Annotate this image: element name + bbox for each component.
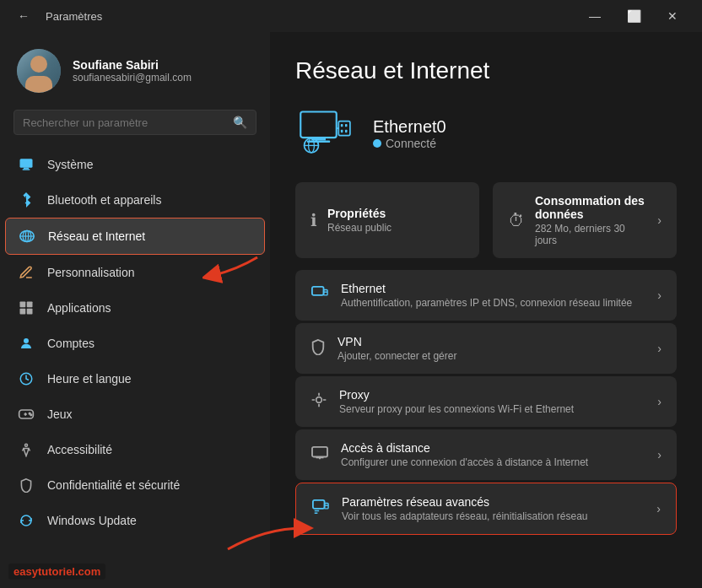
window-controls: — ⬜ ✕ <box>575 0 692 32</box>
list-parametres-chevron: › <box>656 502 661 515</box>
svg-rect-26 <box>341 130 343 132</box>
sidebar-item-confidentialite[interactable]: Confidentialité et sécurité <box>5 467 265 503</box>
search-icon: 🔍 <box>233 116 247 129</box>
list-section: Ethernet Authentification, paramètres IP… <box>295 270 677 535</box>
windows-update-icon <box>17 511 35 530</box>
ethernet-info: Ethernet0 Connecté <box>373 117 446 150</box>
list-proxy-icon <box>310 391 327 413</box>
search-input[interactable] <box>23 116 226 129</box>
sidebar-item-label-systeme: Système <box>47 158 93 171</box>
svg-rect-1 <box>24 168 29 170</box>
list-acces-title: Accès à distance <box>341 441 645 455</box>
list-parametres-icon <box>311 499 330 520</box>
sidebar-item-systeme[interactable]: Système <box>5 147 265 182</box>
svg-rect-27 <box>345 130 348 132</box>
svg-rect-22 <box>338 121 350 136</box>
sidebar-item-accessibilite[interactable]: Accessibilité <box>5 432 265 467</box>
sidebar-item-personnalisation[interactable]: Personnalisation <box>5 255 265 290</box>
svg-rect-8 <box>27 302 33 308</box>
svg-point-34 <box>316 396 322 402</box>
card-consommation-subtitle: 282 Mo, derniers 30 jours <box>535 223 647 246</box>
list-vpn-content: VPN Ajouter, connecter et gérer <box>338 335 645 362</box>
list-item-vpn[interactable]: VPN Ajouter, connecter et gérer › <box>295 323 677 374</box>
svg-rect-19 <box>300 112 337 138</box>
list-item-acces-distance[interactable]: Accès à distance Configurer une connexio… <box>295 429 677 480</box>
search-box[interactable]: 🔍 <box>14 110 256 135</box>
list-acces-chevron: › <box>657 448 662 461</box>
proprietes-icon: ℹ <box>310 210 317 230</box>
jeux-icon <box>17 405 35 423</box>
accessibilite-icon <box>17 440 35 459</box>
heure-icon <box>17 370 35 388</box>
card-consommation-title: Consommation des données <box>535 194 647 221</box>
sidebar-item-label-comptes: Comptes <box>47 337 94 350</box>
card-consommation-text: Consommation des données 282 Mo, dernier… <box>535 194 647 246</box>
sidebar: Soufiane Sabiri soufianesabiri@gmail.com… <box>0 32 270 588</box>
list-acces-subtitle: Configurer une connexion d'accès à dista… <box>341 456 645 468</box>
list-item-proxy[interactable]: Proxy Serveur proxy pour les connexions … <box>295 376 677 427</box>
list-parametres-content: Paramètres réseau avancés Voir tous les … <box>342 495 645 522</box>
ethernet-status: Connecté <box>373 137 446 150</box>
card-proprietes[interactable]: ℹ Propriétés Réseau public <box>295 182 479 258</box>
sidebar-item-heure[interactable]: Heure et langue <box>5 361 265 396</box>
back-button[interactable]: ← <box>10 0 37 32</box>
title-bar: ← Paramètres — ⬜ ✕ <box>0 0 702 32</box>
reseau-icon <box>18 227 36 245</box>
confidentialite-icon <box>17 476 35 494</box>
sidebar-item-windows-update[interactable]: Windows Update <box>5 503 265 538</box>
sidebar-item-label-jeux: Jeux <box>47 407 73 421</box>
sidebar-item-applications[interactable]: Applications <box>5 290 265 326</box>
svg-rect-25 <box>345 124 348 127</box>
list-item-ethernet[interactable]: Ethernet Authentification, paramètres IP… <box>295 270 677 321</box>
sidebar-item-label-windows-update: Windows Update <box>47 514 137 527</box>
window-title: Paramètres <box>46 10 102 23</box>
close-button[interactable]: ✕ <box>653 0 692 32</box>
ethernet-name: Ethernet0 <box>373 117 446 137</box>
sidebar-item-label-confidentialite: Confidentialité et sécurité <box>47 478 180 492</box>
list-proxy-subtitle: Serveur proxy pour les connexions Wi-Fi … <box>339 403 645 415</box>
card-proprietes-text: Propriétés Réseau public <box>327 207 464 234</box>
list-vpn-title: VPN <box>338 335 645 348</box>
user-email: soufianesabiri@gmail.com <box>73 72 192 84</box>
svg-rect-9 <box>20 309 26 315</box>
minimize-button[interactable]: — <box>575 0 614 32</box>
sidebar-item-reseau[interactable]: Réseau et Internet <box>5 218 265 255</box>
list-ethernet-subtitle: Authentification, paramètres IP et DNS, … <box>341 297 645 309</box>
sidebar-item-comptes[interactable]: Comptes <box>5 326 265 361</box>
list-ethernet-chevron: › <box>657 289 662 302</box>
sidebar-item-label-applications: Applications <box>47 301 111 315</box>
status-dot <box>373 139 381 148</box>
consommation-icon: ⏱ <box>508 211 525 230</box>
sidebar-item-bluetooth[interactable]: Bluetooth et appareils <box>5 182 265 218</box>
list-vpn-chevron: › <box>657 342 662 355</box>
list-proxy-content: Proxy Serveur proxy pour les connexions … <box>339 388 645 415</box>
sidebar-item-label-heure: Heure et langue <box>47 372 132 386</box>
bluetooth-icon <box>17 191 35 209</box>
sidebar-item-label-bluetooth: Bluetooth et appareils <box>47 193 161 207</box>
svg-rect-10 <box>27 309 33 315</box>
card-consommation[interactable]: ⏱ Consommation des données 282 Mo, derni… <box>493 182 677 258</box>
list-vpn-icon <box>310 338 326 359</box>
sidebar-item-label-accessibilite: Accessibilité <box>47 443 112 456</box>
list-ethernet-title: Ethernet <box>341 282 645 295</box>
list-parametres-title: Paramètres réseau avancés <box>342 495 645 509</box>
svg-rect-31 <box>312 286 324 294</box>
list-acces-content: Accès à distance Configurer une connexio… <box>341 441 645 468</box>
list-proxy-title: Proxy <box>339 388 645 402</box>
user-name: Soufiane Sabiri <box>73 58 192 72</box>
maximize-button[interactable]: ⬜ <box>614 0 653 32</box>
systeme-icon <box>17 155 35 174</box>
svg-rect-35 <box>312 446 327 456</box>
applications-icon <box>17 299 35 317</box>
sidebar-item-label-reseau: Réseau et Internet <box>48 229 145 243</box>
list-acces-icon <box>310 445 329 465</box>
consommation-chevron: › <box>657 213 662 227</box>
svg-rect-38 <box>313 499 325 508</box>
sidebar-item-jeux[interactable]: Jeux <box>5 396 265 432</box>
ethernet-hero: Ethernet0 Connecté <box>295 103 677 164</box>
list-ethernet-icon <box>310 285 329 306</box>
list-item-parametres-reseau[interactable]: Paramètres réseau avancés Voir tous les … <box>295 483 677 535</box>
list-vpn-subtitle: Ajouter, connecter et gérer <box>338 350 645 362</box>
ethernet-icon-wrap <box>295 103 356 164</box>
svg-rect-2 <box>23 169 30 170</box>
